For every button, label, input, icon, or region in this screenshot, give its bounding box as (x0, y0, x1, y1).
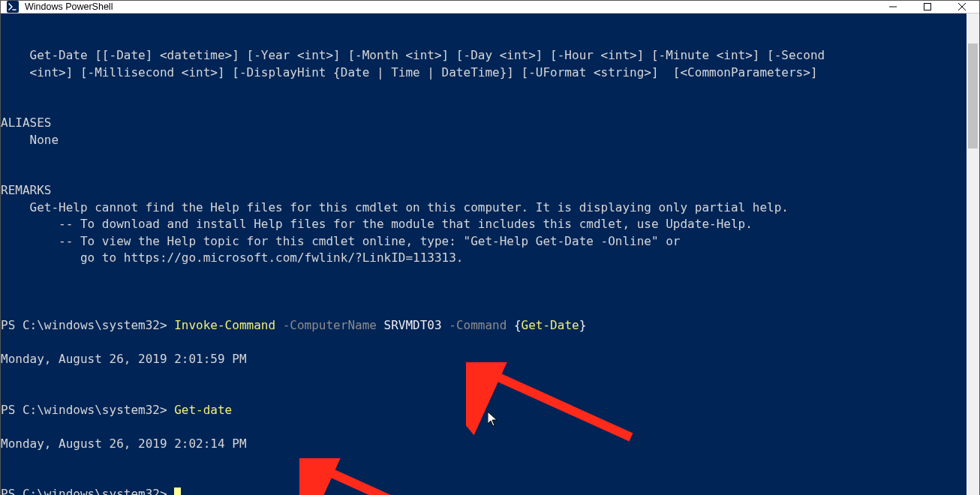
section-header: REMARKS (1, 183, 51, 197)
terminal[interactable]: Get-Date [[-Date] <datetime>] [-Year <in… (1, 14, 966, 495)
output-line: Monday, August 26, 2019 2:01:59 PM (1, 352, 247, 366)
client-area: Get-Date [[-Date] <datetime>] [-Year <in… (1, 14, 979, 495)
close-button[interactable] (945, 1, 979, 13)
cmd-param: -ComputerName (275, 318, 384, 332)
prompt: PS C:\windows\system32> (1, 403, 174, 417)
remarks-line: -- To view the Help topic for this cmdle… (1, 234, 680, 248)
svg-rect-3 (924, 4, 931, 10)
brace: { (514, 318, 522, 332)
prompt: PS C:\windows\system32> (1, 318, 174, 332)
powershell-icon (7, 1, 19, 13)
help-syntax-line: <int>] [-Millisecond <int>] [-DisplayHin… (1, 65, 818, 80)
help-syntax-line: Get-Date [[-Date] <datetime>] [-Year <in… (1, 48, 825, 62)
cmd-param: -Command (442, 318, 514, 332)
maximize-button[interactable] (910, 1, 945, 13)
remarks-line: go to https://go.microsoft.com/fwlink/?L… (1, 250, 464, 265)
cmd-inner: Get-Date (522, 318, 579, 332)
cmd-invoke: Invoke-Command (174, 318, 275, 332)
remarks-line: -- To download and install Help files fo… (1, 217, 753, 231)
svg-rect-0 (7, 1, 19, 13)
brace: } (579, 318, 587, 332)
cursor (174, 488, 181, 495)
vertical-scrollbar[interactable] (966, 14, 979, 495)
powershell-window: Windows PowerShell Get-Date [[-Date] <da… (0, 0, 980, 495)
cmd-arg: SRVMDT03 (384, 318, 442, 332)
minimize-button[interactable] (876, 1, 910, 13)
aliases-body: None (1, 133, 59, 147)
prompt: PS C:\windows\system32> (1, 487, 174, 495)
titlebar[interactable]: Windows PowerShell (1, 1, 979, 14)
terminal-output: Get-Date [[-Date] <datetime>] [-Year <in… (1, 31, 966, 496)
window-title: Windows PowerShell (25, 2, 113, 12)
scrollbar-thumb[interactable] (968, 44, 978, 148)
cmd-getdate: Get-date (174, 403, 232, 417)
output-line: Monday, August 26, 2019 2:02:14 PM (1, 436, 247, 451)
window-controls (876, 1, 979, 13)
remarks-line: Get-Help cannot find the Help files for … (1, 200, 789, 214)
section-header: ALIASES (1, 116, 51, 130)
